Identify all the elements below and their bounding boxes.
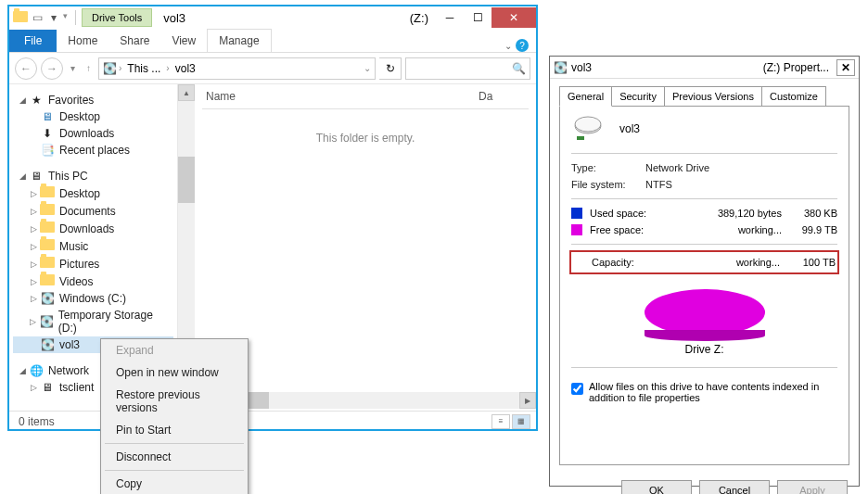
ribbon-file-tab[interactable]: File bbox=[9, 30, 57, 52]
label: Recent places bbox=[59, 144, 130, 157]
sidebar-item-desktop[interactable]: ▷Desktop bbox=[13, 184, 173, 202]
sidebar-item-desktop[interactable]: 🖥Desktop bbox=[13, 108, 173, 125]
ctx-disconnect[interactable]: Disconnect bbox=[101, 446, 248, 468]
expand-icon[interactable]: ▷ bbox=[28, 277, 39, 286]
qat-overflow[interactable]: ▾ bbox=[63, 11, 68, 25]
capacity-bytes: working... bbox=[666, 257, 780, 268]
label: Windows (C:) bbox=[59, 292, 126, 305]
index-checkbox[interactable] bbox=[571, 383, 583, 395]
drive-icon: 💽 bbox=[39, 292, 56, 305]
ribbon-share-tab[interactable]: Share bbox=[108, 30, 160, 52]
expand-icon[interactable]: ▷ bbox=[28, 294, 39, 303]
tab-security[interactable]: Security bbox=[611, 86, 665, 107]
ok-button[interactable]: OK bbox=[621, 480, 692, 494]
sidebar-item-videos[interactable]: ▷Videos bbox=[13, 272, 173, 290]
type-row: Type: Network Drive bbox=[571, 159, 837, 176]
history-dropdown[interactable]: ▾ bbox=[67, 63, 79, 73]
properties-title-bar[interactable]: 💽 vol3 (Z:) Propert... ✕ bbox=[550, 57, 859, 79]
drive-icon: 💽 bbox=[103, 62, 117, 75]
scroll-right-icon[interactable]: ▶ bbox=[519, 392, 536, 409]
ctx-pin-to-start[interactable]: Pin to Start bbox=[101, 419, 248, 441]
col-date[interactable]: Da bbox=[479, 90, 525, 103]
window-title: vol3 bbox=[163, 11, 410, 25]
cancel-button[interactable]: Cancel bbox=[699, 480, 770, 494]
volume-name: vol3 bbox=[619, 122, 640, 135]
qat-item[interactable]: ▾ bbox=[46, 11, 61, 25]
expand-icon[interactable]: ▷ bbox=[28, 242, 39, 251]
ctx-restore-versions[interactable]: Restore previous versions bbox=[101, 384, 248, 419]
thispc-header[interactable]: ◢ 🖥 This PC bbox=[13, 168, 173, 184]
ribbon-expand-icon[interactable]: ⌄ bbox=[504, 41, 512, 51]
general-panel: vol3 Type: Network Drive File system: NT… bbox=[559, 106, 849, 465]
breadcrumb-folder[interactable]: vol3 bbox=[172, 62, 199, 75]
sidebar-item-recent[interactable]: 📑Recent places bbox=[13, 142, 173, 158]
minimize-button[interactable]: ─ bbox=[436, 7, 464, 28]
column-headers: Name Da bbox=[202, 84, 529, 109]
drive-tools-tab[interactable]: Drive Tools bbox=[82, 8, 152, 27]
col-name[interactable]: Name bbox=[206, 90, 479, 103]
sidebar-item-music[interactable]: ▷Music bbox=[13, 237, 173, 255]
recent-icon: 📑 bbox=[39, 144, 56, 157]
label: Temporary Storage (D:) bbox=[58, 309, 170, 335]
ctx-open-new-window[interactable]: Open in new window bbox=[101, 361, 248, 384]
properties-buttons: OK Cancel Apply bbox=[550, 473, 859, 494]
scroll-thumb[interactable] bbox=[178, 157, 195, 203]
capacity-row: Capacity: working... 100 TB bbox=[573, 254, 836, 271]
sidebar-item-downloads[interactable]: ⬇Downloads bbox=[13, 125, 173, 142]
expand-icon[interactable]: ▷ bbox=[28, 317, 39, 326]
scroll-up-icon[interactable]: ▲ bbox=[178, 84, 195, 101]
close-button[interactable]: ✕ bbox=[836, 59, 855, 76]
expand-icon[interactable]: ▷ bbox=[28, 207, 39, 216]
search-input[interactable]: 🔍 bbox=[405, 57, 530, 80]
expand-icon[interactable]: ◢ bbox=[17, 95, 28, 105]
forward-button[interactable]: → bbox=[41, 57, 63, 80]
sidebar-item-windows-c[interactable]: ▷💽Windows (C:) bbox=[13, 290, 173, 307]
ribbon-view-tab[interactable]: View bbox=[160, 30, 207, 52]
drive-letter-label: Drive Z: bbox=[571, 343, 837, 356]
close-button[interactable]: ✕ bbox=[491, 7, 536, 28]
breadcrumb-sep[interactable]: › bbox=[164, 63, 171, 73]
breadcrumb-root[interactable]: This ... bbox=[123, 62, 164, 75]
tab-general[interactable]: General bbox=[559, 86, 612, 107]
free-label: Free space: bbox=[590, 224, 673, 235]
back-button[interactable]: ← bbox=[15, 57, 37, 80]
up-button[interactable]: ↑ bbox=[83, 63, 95, 73]
ctx-copy[interactable]: Copy bbox=[101, 473, 248, 494]
properties-body: General Security Previous Versions Custo… bbox=[550, 79, 859, 473]
free-human: 99.9 TB bbox=[782, 224, 837, 235]
refresh-button[interactable]: ↻ bbox=[379, 57, 402, 80]
maximize-button[interactable]: ☐ bbox=[464, 7, 491, 28]
breadcrumb-sep[interactable]: › bbox=[117, 63, 123, 73]
details-view-button[interactable]: ≡ bbox=[491, 414, 510, 429]
title-bar[interactable]: ▭ ▾ ▾ Drive Tools vol3 (Z:) ─ ☐ ✕ bbox=[9, 6, 536, 29]
separator bbox=[571, 153, 837, 154]
label: Music bbox=[59, 240, 88, 253]
expand-icon[interactable]: ◢ bbox=[17, 366, 28, 375]
index-checkbox-row: Allow files on this drive to have conten… bbox=[571, 381, 837, 403]
expand-icon[interactable]: ◢ bbox=[17, 171, 28, 181]
tab-customize[interactable]: Customize bbox=[761, 86, 826, 107]
expand-icon[interactable]: ▷ bbox=[28, 224, 39, 234]
icons-view-button[interactable]: ▦ bbox=[512, 414, 530, 429]
address-field[interactable]: 💽 › This ... › vol3 ⌄ bbox=[98, 57, 376, 80]
tab-previous-versions[interactable]: Previous Versions bbox=[664, 86, 762, 107]
qat-item[interactable]: ▭ bbox=[30, 11, 45, 25]
address-dropdown-icon[interactable]: ⌄ bbox=[364, 63, 371, 73]
label: Documents bbox=[59, 205, 116, 218]
free-swatch bbox=[571, 224, 582, 235]
expand-icon[interactable]: ▷ bbox=[28, 383, 39, 392]
apply-button[interactable]: Apply bbox=[777, 480, 848, 494]
ribbon-home-tab[interactable]: Home bbox=[57, 30, 108, 52]
favorites-header[interactable]: ◢ ★ Favorites bbox=[13, 92, 173, 108]
expand-icon[interactable]: ▷ bbox=[28, 189, 39, 198]
sidebar-item-downloads[interactable]: ▷Downloads bbox=[13, 220, 173, 237]
sidebar-item-documents[interactable]: ▷Documents bbox=[13, 202, 173, 220]
folder-icon bbox=[39, 222, 56, 235]
explorer-window: ▭ ▾ ▾ Drive Tools vol3 (Z:) ─ ☐ ✕ File H… bbox=[7, 5, 538, 431]
expand-icon[interactable]: ▷ bbox=[28, 260, 39, 269]
sidebar-item-temp-d[interactable]: ▷💽Temporary Storage (D:) bbox=[13, 307, 173, 336]
sidebar-item-pictures[interactable]: ▷Pictures bbox=[13, 255, 173, 272]
ribbon-manage-tab[interactable]: Manage bbox=[207, 29, 271, 52]
used-human: 380 KB bbox=[782, 208, 837, 219]
help-icon[interactable]: ? bbox=[516, 39, 529, 52]
